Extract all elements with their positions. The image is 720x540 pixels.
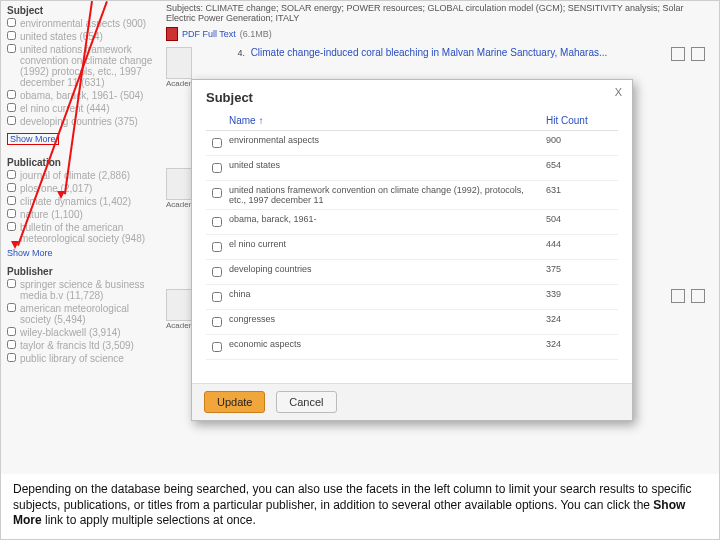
row-hitcount: 324 — [544, 335, 618, 360]
row-checkbox[interactable] — [212, 217, 222, 227]
row-name: environmental aspects — [227, 131, 544, 156]
facet-checkbox[interactable] — [7, 209, 16, 218]
row-hitcount: 339 — [544, 285, 618, 310]
modal-title: Subject — [206, 90, 618, 105]
facet-item[interactable]: springer science & business media b.v (1… — [7, 279, 157, 301]
facet-checkbox[interactable] — [7, 31, 16, 40]
row-name: china — [227, 285, 544, 310]
result-thumbnail — [166, 47, 192, 79]
result-thumbnail — [166, 168, 192, 200]
row-checkbox[interactable] — [212, 188, 222, 198]
facet-section-publisher: Publisher — [7, 266, 157, 277]
facet-item[interactable]: environmental aspects (900) — [7, 18, 157, 29]
table-row: congresses324 — [206, 310, 618, 335]
facet-item[interactable]: bulletin of the american meteorological … — [7, 222, 157, 244]
show-more-link[interactable]: Show More — [7, 133, 59, 145]
row-hitcount: 324 — [544, 310, 618, 335]
result-action-icons — [668, 47, 705, 63]
subject-modal: X Subject Name ↑ Hit Count environmental… — [191, 79, 633, 421]
row-hitcount: 444 — [544, 235, 618, 260]
facet-checkbox[interactable] — [7, 327, 16, 336]
facet-item[interactable]: united states (654) — [7, 31, 157, 42]
row-name: economic aspects — [227, 335, 544, 360]
facet-checkbox[interactable] — [7, 196, 16, 205]
table-row: china339 — [206, 285, 618, 310]
row-name: congresses — [227, 310, 544, 335]
modal-close-button[interactable]: X — [615, 86, 622, 98]
facet-checkbox[interactable] — [7, 116, 16, 125]
pdf-fulltext-link[interactable]: PDF Full Text (6.1MB) — [166, 27, 713, 41]
facet-section-subject: Subject — [7, 5, 157, 16]
modal-footer: Update Cancel — [192, 383, 632, 420]
facet-item[interactable]: plos one (2,017) — [7, 183, 157, 194]
row-name: obama, barack, 1961- — [227, 210, 544, 235]
facet-item[interactable]: developing countries (375) — [7, 116, 157, 127]
row-name: developing countries — [227, 260, 544, 285]
table-row: developing countries375 — [206, 260, 618, 285]
col-hitcount-header[interactable]: Hit Count — [544, 111, 618, 131]
facet-item[interactable]: climate dynamics (1,402) — [7, 196, 157, 207]
facet-item[interactable]: taylor & francis ltd (3,509) — [7, 340, 157, 351]
row-name: united nations framework convention on c… — [227, 181, 544, 210]
app-background: Subject environmental aspects (900) unit… — [1, 1, 719, 539]
row-checkbox[interactable] — [212, 138, 222, 148]
row-checkbox[interactable] — [212, 163, 222, 173]
save-icon[interactable] — [671, 47, 685, 61]
facet-checkbox[interactable] — [7, 44, 16, 53]
row-checkbox[interactable] — [212, 317, 222, 327]
screenshot-stage: Subject environmental aspects (900) unit… — [0, 0, 720, 540]
facet-item[interactable]: american meteorological society (5,494) — [7, 303, 157, 325]
row-checkbox[interactable] — [212, 267, 222, 277]
facet-checkbox[interactable] — [7, 340, 16, 349]
facet-checkbox[interactable] — [7, 170, 16, 179]
row-checkbox[interactable] — [212, 292, 222, 302]
row-name: el nino current — [227, 235, 544, 260]
update-button[interactable]: Update — [204, 391, 265, 413]
facet-item[interactable]: public library of science — [7, 353, 157, 364]
table-row: obama, barack, 1961-504 — [206, 210, 618, 235]
cancel-button[interactable]: Cancel — [276, 391, 336, 413]
row-checkbox[interactable] — [212, 242, 222, 252]
facet-item[interactable]: el nino current (444) — [7, 103, 157, 114]
table-row: united states654 — [206, 156, 618, 181]
row-checkbox[interactable] — [212, 342, 222, 352]
table-row: environmental aspects900 — [206, 131, 618, 156]
row-hitcount: 654 — [544, 156, 618, 181]
facet-checkbox[interactable] — [7, 353, 16, 362]
arrowhead-icon — [11, 241, 19, 249]
facet-checkbox[interactable] — [7, 18, 16, 27]
row-hitcount: 631 — [544, 181, 618, 210]
facet-item[interactable]: journal of climate (2,886) — [7, 170, 157, 181]
row-hitcount: 375 — [544, 260, 618, 285]
facet-checkbox[interactable] — [7, 103, 16, 112]
result-thumbnail — [166, 289, 192, 321]
facet-checkbox[interactable] — [7, 222, 16, 231]
facet-item[interactable]: wiley-blackwell (3,914) — [7, 327, 157, 338]
facet-sidebar: Subject environmental aspects (900) unit… — [7, 1, 157, 366]
facet-checkbox[interactable] — [7, 183, 16, 192]
facet-checkbox[interactable] — [7, 90, 16, 99]
arrowhead-icon — [57, 191, 65, 199]
row-hitcount: 504 — [544, 210, 618, 235]
result-title-link[interactable]: Climate change-induced coral bleaching i… — [251, 47, 608, 58]
table-row: economic aspects324 — [206, 335, 618, 360]
row-hitcount: 900 — [544, 131, 618, 156]
result-action-icons — [668, 289, 705, 305]
table-row: el nino current444 — [206, 235, 618, 260]
facet-checkbox[interactable] — [7, 303, 16, 312]
show-more-link[interactable]: Show More — [7, 248, 157, 258]
col-name-header[interactable]: Name ↑ — [227, 111, 544, 131]
result-subjects-line: Subjects: CLIMATE change; SOLAR energy; … — [166, 3, 713, 23]
folder-icon[interactable] — [691, 289, 705, 303]
result-number: 4. — [238, 48, 246, 58]
slide-caption: Depending on the database being searched… — [1, 474, 719, 539]
subject-table: Name ↑ Hit Count environmental aspects90… — [206, 111, 618, 360]
folder-icon[interactable] — [691, 47, 705, 61]
row-name: united states — [227, 156, 544, 181]
save-icon[interactable] — [671, 289, 685, 303]
pdf-icon — [166, 27, 178, 41]
facet-section-publication: Publication — [7, 157, 157, 168]
table-row: united nations framework convention on c… — [206, 181, 618, 210]
facet-item[interactable]: obama, barack, 1961- (504) — [7, 90, 157, 101]
facet-checkbox[interactable] — [7, 279, 16, 288]
